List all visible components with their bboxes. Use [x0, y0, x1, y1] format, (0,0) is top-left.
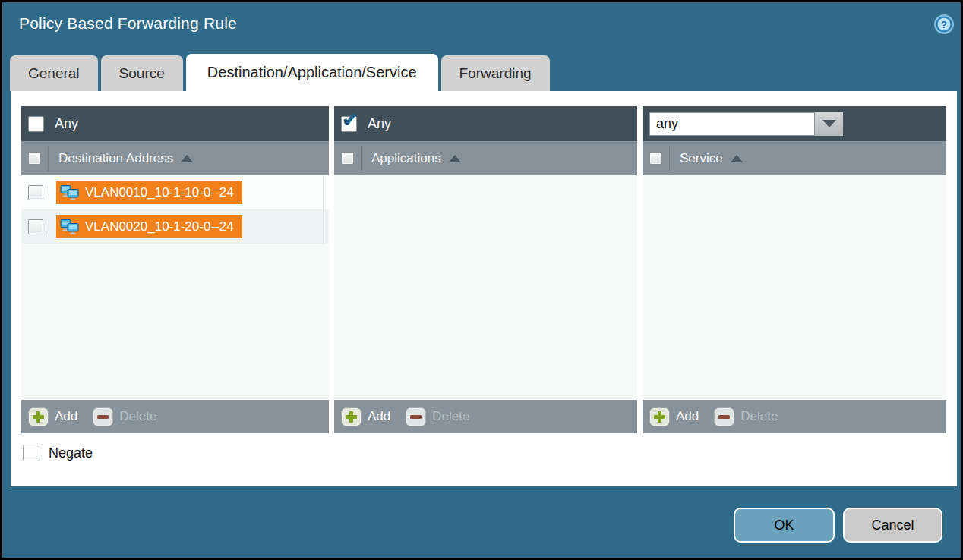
add-button-label: Add: [676, 409, 699, 424]
tab-destination-application-service[interactable]: Destination/Application/Service: [186, 54, 438, 91]
delete-button[interactable]: Delete: [714, 407, 778, 426]
applications-any-checkbox-checked[interactable]: ✔: [341, 116, 357, 132]
delete-icon: [93, 407, 113, 426]
applications-column-header[interactable]: Applications: [334, 141, 637, 175]
service-dropdown[interactable]: any: [649, 112, 843, 136]
header-separator: [669, 146, 670, 171]
delete-button[interactable]: Delete: [93, 407, 156, 426]
destination-select-all-checkbox[interactable]: [28, 152, 41, 165]
sort-ascending-icon: [449, 155, 461, 162]
applications-any-label: Any: [368, 116, 391, 132]
delete-icon: [714, 407, 734, 426]
add-icon: [649, 407, 670, 426]
chevron-down-icon: [822, 120, 836, 127]
scrollbar-track: [323, 175, 324, 244]
dialog-title: Policy Based Forwarding Rule: [19, 14, 237, 33]
destination-header-label: Destination Address: [58, 151, 173, 166]
delete-button-label: Delete: [119, 409, 156, 424]
service-toolbar: Add Delete: [643, 400, 946, 433]
svg-text:?: ?: [941, 19, 947, 30]
delete-button-label: Delete: [740, 409, 778, 424]
destination-address-column: Any Destination Address: [21, 106, 329, 433]
applications-list: [334, 175, 637, 400]
destination-any-band: Any: [21, 106, 329, 141]
negate-label: Negate: [49, 445, 93, 461]
network-icon: [60, 185, 79, 200]
service-header-label: Service: [680, 151, 723, 166]
network-icon: [60, 219, 79, 234]
delete-button[interactable]: Delete: [406, 407, 469, 426]
row-checkbox[interactable]: [28, 219, 43, 234]
destination-column-header[interactable]: Destination Address: [21, 141, 329, 175]
sort-ascending-icon: [181, 155, 193, 162]
service-column: any Service: [643, 106, 946, 433]
destination-any-checkbox[interactable]: [28, 116, 44, 132]
negate-option: Negate: [23, 445, 93, 461]
destination-list: VLAN0010_10-1-10-0--24: [21, 175, 329, 400]
sort-ascending-icon: [731, 155, 743, 162]
checkmark-icon: ✔: [342, 110, 358, 130]
add-button[interactable]: Add: [649, 407, 699, 426]
table-row: VLAN0020_10-1-20-0--24: [21, 209, 329, 244]
address-object-label: VLAN0010_10-1-10-0--24: [85, 185, 234, 200]
add-button[interactable]: Add: [341, 407, 390, 426]
dropdown-button[interactable]: [815, 112, 843, 136]
service-column-header[interactable]: Service: [643, 141, 946, 175]
address-object-vlan0020[interactable]: VLAN0020_10-1-20-0--24: [56, 215, 242, 238]
applications-any-band: ✔ Any: [334, 106, 637, 141]
applications-select-all-checkbox[interactable]: [341, 152, 354, 165]
address-object-label: VLAN0020_10-1-20-0--24: [85, 219, 234, 234]
cancel-button[interactable]: Cancel: [843, 508, 942, 543]
add-icon: [28, 407, 49, 426]
header-separator: [48, 146, 49, 171]
row-checkbox[interactable]: [28, 185, 43, 200]
service-dropdown-band: any: [643, 106, 946, 141]
destination-any-label: Any: [55, 116, 78, 132]
service-list: [643, 175, 946, 400]
destination-toolbar: Add Delete: [21, 400, 329, 433]
applications-header-label: Applications: [371, 151, 441, 166]
address-object-vlan0010[interactable]: VLAN0010_10-1-10-0--24: [56, 181, 242, 204]
policy-based-forwarding-dialog: Policy Based Forwarding Rule ? General S…: [0, 0, 963, 560]
service-select-all-checkbox[interactable]: [649, 152, 662, 165]
add-button[interactable]: Add: [28, 407, 77, 426]
service-dropdown-value[interactable]: any: [649, 112, 815, 136]
help-icon[interactable]: ?: [933, 14, 955, 35]
add-button-label: Add: [368, 409, 390, 424]
add-button-label: Add: [55, 409, 77, 424]
applications-toolbar: Add Delete: [334, 400, 637, 433]
delete-icon: [406, 407, 426, 426]
tab-content-panel: Any Destination Address: [11, 91, 957, 486]
tab-general[interactable]: General: [10, 55, 98, 91]
applications-column: ✔ Any Applications Add: [334, 106, 637, 433]
ok-button[interactable]: OK: [734, 508, 835, 543]
table-row: VLAN0010_10-1-10-0--24: [21, 175, 329, 209]
tab-forwarding[interactable]: Forwarding: [441, 55, 550, 91]
add-icon: [341, 407, 362, 426]
delete-button-label: Delete: [432, 409, 469, 424]
tab-source[interactable]: Source: [101, 55, 183, 91]
header-separator: [361, 146, 362, 171]
negate-checkbox[interactable]: [23, 445, 39, 461]
tab-strip: General Source Destination/Application/S…: [10, 54, 553, 91]
